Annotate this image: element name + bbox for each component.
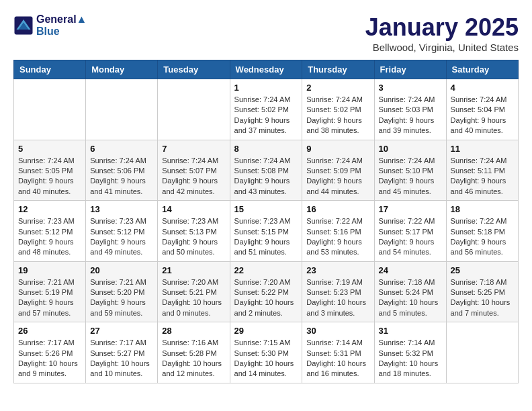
day-number: 30 [306, 326, 369, 336]
day-info: Sunrise: 7:24 AM Sunset: 5:07 PM Dayligh… [162, 156, 225, 197]
calendar-cell: 19Sunrise: 7:21 AM Sunset: 5:19 PM Dayli… [14, 261, 86, 322]
calendar-cell: 17Sunrise: 7:22 AM Sunset: 5:17 PM Dayli… [374, 201, 446, 262]
day-info: Sunrise: 7:24 AM Sunset: 5:02 PM Dayligh… [306, 95, 369, 136]
calendar-cell: 18Sunrise: 7:22 AM Sunset: 5:18 PM Dayli… [446, 201, 518, 262]
calendar-cell: 15Sunrise: 7:23 AM Sunset: 5:15 PM Dayli… [230, 201, 302, 262]
day-number: 27 [90, 326, 153, 336]
day-info: Sunrise: 7:19 AM Sunset: 5:23 PM Dayligh… [306, 277, 369, 319]
day-info: Sunrise: 7:15 AM Sunset: 5:30 PM Dayligh… [234, 338, 298, 379]
day-info: Sunrise: 7:17 AM Sunset: 5:26 PM Dayligh… [18, 338, 81, 379]
day-info: Sunrise: 7:20 AM Sunset: 5:21 PM Dayligh… [162, 277, 225, 319]
day-info: Sunrise: 7:23 AM Sunset: 5:13 PM Dayligh… [162, 216, 225, 258]
day-number: 12 [18, 204, 81, 214]
calendar-cell: 7Sunrise: 7:24 AM Sunset: 5:07 PM Daylig… [158, 140, 230, 201]
day-info: Sunrise: 7:14 AM Sunset: 5:31 PM Dayligh… [306, 338, 369, 379]
calendar-cell: 12Sunrise: 7:23 AM Sunset: 5:12 PM Dayli… [14, 201, 86, 262]
day-number: 13 [90, 204, 153, 214]
weekday-header-row: SundayMondayTuesdayWednesdayThursdayFrid… [14, 60, 519, 79]
day-info: Sunrise: 7:23 AM Sunset: 5:15 PM Dayligh… [234, 216, 298, 258]
day-info: Sunrise: 7:24 AM Sunset: 5:08 PM Dayligh… [234, 156, 298, 197]
page-header: General▲ Blue January 2025 Bellwood, Vir… [13, 13, 519, 53]
day-number: 10 [379, 144, 442, 154]
day-number: 6 [90, 144, 153, 154]
day-info: Sunrise: 7:24 AM Sunset: 5:05 PM Dayligh… [18, 156, 81, 197]
calendar-cell: 20Sunrise: 7:21 AM Sunset: 5:20 PM Dayli… [86, 261, 158, 322]
calendar-cell: 4Sunrise: 7:24 AM Sunset: 5:04 PM Daylig… [446, 79, 518, 140]
logo-text: General▲ Blue [36, 13, 87, 38]
day-info: Sunrise: 7:24 AM Sunset: 5:06 PM Dayligh… [90, 156, 153, 197]
day-info: Sunrise: 7:24 AM Sunset: 5:10 PM Dayligh… [379, 156, 442, 197]
calendar-cell: 16Sunrise: 7:22 AM Sunset: 5:16 PM Dayli… [302, 201, 374, 262]
calendar-cell: 10Sunrise: 7:24 AM Sunset: 5:10 PM Dayli… [374, 140, 446, 201]
weekday-header-wednesday: Wednesday [230, 60, 302, 79]
day-number: 28 [162, 326, 225, 336]
day-number: 5 [18, 144, 81, 154]
day-number: 29 [234, 326, 298, 336]
calendar-cell: 27Sunrise: 7:17 AM Sunset: 5:27 PM Dayli… [86, 322, 158, 383]
calendar-cell: 21Sunrise: 7:20 AM Sunset: 5:21 PM Dayli… [158, 261, 230, 322]
day-number: 16 [306, 204, 369, 214]
calendar-week-row: 12Sunrise: 7:23 AM Sunset: 5:12 PM Dayli… [14, 201, 519, 262]
day-info: Sunrise: 7:24 AM Sunset: 5:02 PM Dayligh… [234, 95, 298, 136]
day-info: Sunrise: 7:14 AM Sunset: 5:32 PM Dayligh… [379, 338, 442, 379]
day-number: 24 [379, 265, 442, 275]
day-number: 8 [234, 144, 298, 154]
calendar-cell [158, 79, 230, 140]
calendar-cell: 26Sunrise: 7:17 AM Sunset: 5:26 PM Dayli… [14, 322, 86, 383]
calendar-cell: 13Sunrise: 7:23 AM Sunset: 5:12 PM Dayli… [86, 201, 158, 262]
day-info: Sunrise: 7:20 AM Sunset: 5:22 PM Dayligh… [234, 277, 298, 319]
day-number: 3 [379, 83, 442, 93]
logo: General▲ Blue [13, 13, 87, 38]
day-number: 1 [234, 83, 298, 93]
calendar-cell: 5Sunrise: 7:24 AM Sunset: 5:05 PM Daylig… [14, 140, 86, 201]
month-title: January 2025 [365, 13, 519, 42]
day-number: 25 [451, 265, 514, 275]
calendar-week-row: 1Sunrise: 7:24 AM Sunset: 5:02 PM Daylig… [14, 79, 519, 140]
weekday-header-thursday: Thursday [302, 60, 374, 79]
calendar-week-row: 19Sunrise: 7:21 AM Sunset: 5:19 PM Dayli… [14, 261, 519, 322]
weekday-header-friday: Friday [374, 60, 446, 79]
calendar-cell: 14Sunrise: 7:23 AM Sunset: 5:13 PM Dayli… [158, 201, 230, 262]
calendar-cell: 6Sunrise: 7:24 AM Sunset: 5:06 PM Daylig… [86, 140, 158, 201]
day-number: 23 [306, 265, 369, 275]
calendar-cell: 3Sunrise: 7:24 AM Sunset: 5:03 PM Daylig… [374, 79, 446, 140]
day-info: Sunrise: 7:22 AM Sunset: 5:17 PM Dayligh… [379, 216, 442, 258]
calendar-cell: 8Sunrise: 7:24 AM Sunset: 5:08 PM Daylig… [230, 140, 302, 201]
calendar-cell: 11Sunrise: 7:24 AM Sunset: 5:11 PM Dayli… [446, 140, 518, 201]
day-info: Sunrise: 7:23 AM Sunset: 5:12 PM Dayligh… [18, 216, 81, 258]
title-area: January 2025 Bellwood, Virginia, United … [365, 13, 519, 53]
calendar-cell: 25Sunrise: 7:18 AM Sunset: 5:25 PM Dayli… [446, 261, 518, 322]
calendar-week-row: 5Sunrise: 7:24 AM Sunset: 5:05 PM Daylig… [14, 140, 519, 201]
day-number: 7 [162, 144, 225, 154]
day-info: Sunrise: 7:17 AM Sunset: 5:27 PM Dayligh… [90, 338, 153, 379]
calendar-cell: 29Sunrise: 7:15 AM Sunset: 5:30 PM Dayli… [230, 322, 302, 383]
day-number: 26 [18, 326, 81, 336]
calendar-cell: 30Sunrise: 7:14 AM Sunset: 5:31 PM Dayli… [302, 322, 374, 383]
weekday-header-tuesday: Tuesday [158, 60, 230, 79]
location: Bellwood, Virginia, United States [365, 42, 519, 53]
day-number: 20 [90, 265, 153, 275]
logo-icon [13, 15, 34, 36]
day-number: 4 [451, 83, 514, 93]
day-info: Sunrise: 7:24 AM Sunset: 5:03 PM Dayligh… [379, 95, 442, 136]
day-number: 15 [234, 204, 298, 214]
weekday-header-sunday: Sunday [14, 60, 86, 79]
day-number: 17 [379, 204, 442, 214]
calendar-cell: 2Sunrise: 7:24 AM Sunset: 5:02 PM Daylig… [302, 79, 374, 140]
day-info: Sunrise: 7:23 AM Sunset: 5:12 PM Dayligh… [90, 216, 153, 258]
day-number: 19 [18, 265, 81, 275]
calendar-cell: 28Sunrise: 7:16 AM Sunset: 5:28 PM Dayli… [158, 322, 230, 383]
calendar-cell [446, 322, 518, 383]
day-number: 2 [306, 83, 369, 93]
day-info: Sunrise: 7:22 AM Sunset: 5:18 PM Dayligh… [451, 216, 514, 258]
day-info: Sunrise: 7:24 AM Sunset: 5:11 PM Dayligh… [451, 156, 514, 197]
calendar-cell: 24Sunrise: 7:18 AM Sunset: 5:24 PM Dayli… [374, 261, 446, 322]
calendar-week-row: 26Sunrise: 7:17 AM Sunset: 5:26 PM Dayli… [14, 322, 519, 383]
day-info: Sunrise: 7:24 AM Sunset: 5:04 PM Dayligh… [451, 95, 514, 136]
day-info: Sunrise: 7:24 AM Sunset: 5:09 PM Dayligh… [306, 156, 369, 197]
weekday-header-monday: Monday [86, 60, 158, 79]
day-number: 11 [451, 144, 514, 154]
day-info: Sunrise: 7:18 AM Sunset: 5:24 PM Dayligh… [379, 277, 442, 319]
calendar-table: SundayMondayTuesdayWednesdayThursdayFrid… [13, 60, 519, 383]
calendar-cell: 9Sunrise: 7:24 AM Sunset: 5:09 PM Daylig… [302, 140, 374, 201]
